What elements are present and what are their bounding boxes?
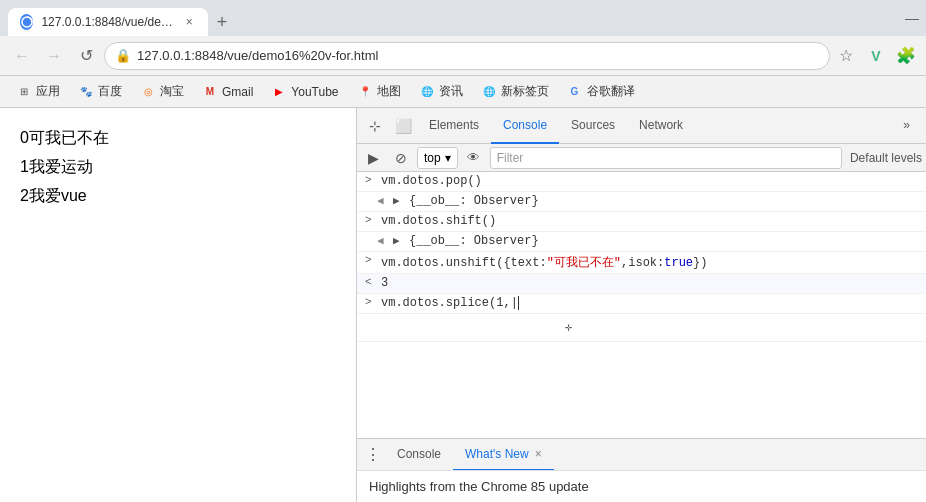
tab-console[interactable]: Console [491,108,559,144]
console-output: > vm.dotos.pop() ◀ ▶ {__ob__: Observer} … [357,172,926,438]
browser-frame: 127.0.0.1:8848/vue/demo16 v × + — ← → ↺ … [0,0,926,502]
baidu-icon: 🐾 [78,84,94,100]
bookmark-taobao-label: 淘宝 [160,83,184,100]
bookmark-gmail[interactable]: M Gmail [194,80,261,104]
item-text-2: 我爱vue [29,187,87,204]
bottom-tab-console[interactable]: Console [385,439,453,471]
block-button[interactable]: ⊘ [389,146,413,170]
console-line-3: > vm.dotos.shift() [357,212,926,232]
active-tab[interactable]: 127.0.0.1:8848/vue/demo16 v × [8,8,208,36]
bookmark-newtab[interactable]: 🌐 新标签页 [473,79,557,104]
item-index-2: 2 [20,187,29,204]
console-text-3: vm.dotos.shift() [381,214,496,228]
refresh-button[interactable]: ↺ [72,42,100,70]
bookmark-maps[interactable]: 📍 地图 [349,79,409,104]
console-input-arrow-1: > [365,174,377,186]
new-tab-button[interactable]: + [208,8,236,36]
bottom-tab-whats-new-label: What's New [465,447,529,461]
bookmark-baidu[interactable]: 🐾 百度 [70,79,130,104]
bottom-tab-whats-new-close[interactable]: × [535,447,542,461]
context-selector[interactable]: top ▾ [417,147,458,169]
whats-new-text: Highlights from the Chrome 85 update [369,479,589,494]
console-line-1: > vm.dotos.pop() [357,172,926,192]
title-bar: 127.0.0.1:8848/vue/demo16 v × + — [0,0,926,36]
context-arrow: ▾ [445,151,451,165]
console-toolbar: ▶ ⊘ top ▾ 👁 Filter Default levels [357,144,926,172]
filter-bar[interactable]: Filter [490,147,842,169]
bookmark-youtube-label: YouTube [291,85,338,99]
console-text-6: 3 [381,276,388,290]
navigation-toolbar: ← → ↺ 🔒 127.0.0.1:8848/vue/demo16%20v-fo… [0,36,926,76]
main-content: 0可我已不在 1我爱运动 2我爱vue ⊹ ⬜ Elements Console [0,108,926,502]
console-line-4: ◀ ▶ {__ob__: Observer} [357,232,926,252]
console-expand-inner-2[interactable]: ▶ [393,194,405,207]
bookmark-apps[interactable]: ⊞ 应用 [8,79,68,104]
bookmark-icon[interactable]: ☆ [834,44,858,68]
bookmark-google-translate-label: 谷歌翻译 [587,83,635,100]
maps-icon: 📍 [357,84,373,100]
console-expand-arrow-2[interactable]: ◀ [377,194,389,207]
bookmark-gmail-label: Gmail [222,85,253,99]
console-text-2: {__ob__: Observer} [409,194,539,208]
list-item-1: 1我爱运动 [20,157,336,178]
extensions-icon[interactable]: 🧩 [894,44,918,68]
page-content: 0可我已不在 1我爱运动 2我爱vue [0,108,356,502]
cursor-position: ✛ [565,320,572,335]
device-tool-icon[interactable]: ⬜ [389,112,417,140]
back-button[interactable]: ← [8,42,36,70]
bookmark-youtube[interactable]: ▶ YouTube [263,80,346,104]
tab-close-button[interactable]: × [183,14,196,30]
forward-button[interactable]: → [40,42,68,70]
bookmark-news[interactable]: 🌐 资讯 [411,79,471,104]
list-item-0: 0可我已不在 [20,128,336,149]
item-text-1: 我爱运动 [29,158,93,175]
toolbar-actions: ☆ V 🧩 [834,44,918,68]
default-levels-label[interactable]: Default levels [850,151,922,165]
apps-icon: ⊞ [16,84,32,100]
console-text-7: vm.dotos.splice(1,| [381,296,519,310]
item-index-0: 0 [20,129,29,146]
console-input-arrow-7: > [365,296,377,308]
bookmarks-bar: ⊞ 应用 🐾 百度 ◎ 淘宝 M Gmail ▶ YouTube 📍 地图 🌐 … [0,76,926,108]
bookmark-apps-label: 应用 [36,83,60,100]
tab-sources[interactable]: Sources [559,108,627,144]
console-text-5: vm.dotos.unshift({text:"可我已不在",isok:true… [381,254,707,271]
vue-icon[interactable]: V [864,44,888,68]
cursor-tool-icon[interactable]: ⊹ [361,112,389,140]
console-input-arrow-3: > [365,214,377,226]
bookmark-taobao[interactable]: ◎ 淘宝 [132,79,192,104]
tab-area: 127.0.0.1:8848/vue/demo16 v × + [8,0,902,36]
console-result-arrow-6: < [365,276,377,288]
tab-network[interactable]: Network [627,108,695,144]
newtab-icon: 🌐 [481,84,497,100]
tab-favicon [20,14,33,30]
tab-title: 127.0.0.1:8848/vue/demo16 v [41,15,174,29]
console-expand-inner-4[interactable]: ▶ [393,234,405,247]
minimize-button[interactable]: — [906,12,918,24]
tab-more[interactable]: » [891,108,922,144]
console-text-4: {__ob__: Observer} [409,234,539,248]
bookmark-maps-label: 地图 [377,83,401,100]
whats-new-panel: Highlights from the Chrome 85 update [357,470,926,502]
bottom-tab-whats-new[interactable]: What's New × [453,439,554,471]
console-expand-arrow-4[interactable]: ◀ [377,234,389,247]
bottom-tab-menu-icon[interactable]: ⋮ [361,443,385,467]
console-text-1: vm.dotos.pop() [381,174,482,188]
eye-icon[interactable]: 👁 [462,146,486,170]
google-translate-icon: G [567,84,583,100]
cursor-line: ✛ [357,314,926,342]
bookmark-news-label: 资讯 [439,83,463,100]
window-controls: — [906,12,918,24]
context-value: top [424,151,441,165]
taobao-icon: ◎ [140,84,156,100]
tab-elements[interactable]: Elements [417,108,491,144]
bookmark-google-translate[interactable]: G 谷歌翻译 [559,79,643,104]
run-button[interactable]: ▶ [361,146,385,170]
console-line-6: < 3 [357,274,926,294]
gmail-icon: M [202,84,218,100]
item-text-0: 可我已不在 [29,129,109,146]
youtube-icon: ▶ [271,84,287,100]
bookmark-newtab-label: 新标签页 [501,83,549,100]
bottom-tab-console-label: Console [397,447,441,461]
address-bar[interactable]: 🔒 127.0.0.1:8848/vue/demo16%20v-for.html [104,42,830,70]
